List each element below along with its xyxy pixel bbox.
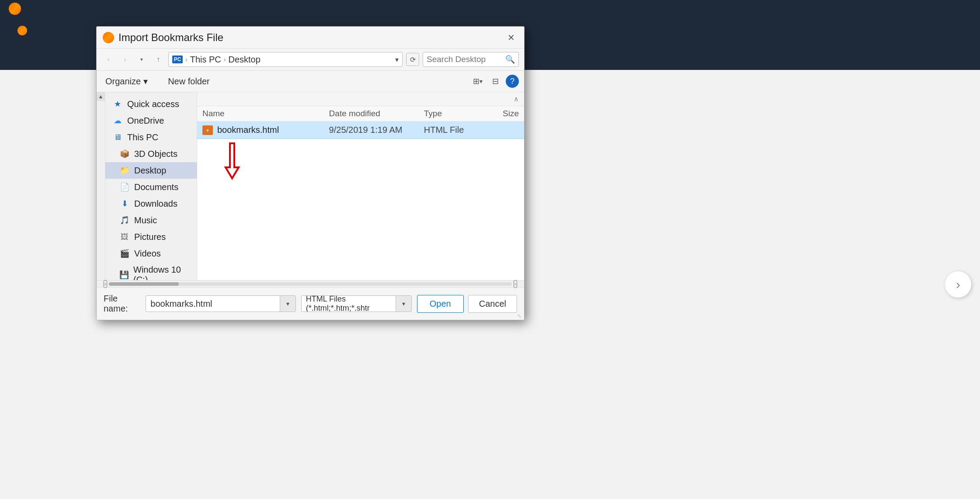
videos-icon: 🎬 (119, 248, 130, 259)
file-toolbar: ‹ › ▾ ↑ PC › This PC › Desktop ▾ ⟳ 🔍 (97, 49, 524, 71)
sidebar-item-this-pc[interactable]: 🖥 This PC (105, 129, 197, 146)
organize-arrow: ▾ (143, 76, 148, 87)
sidebar-item-onedrive[interactable]: ☁ OneDrive (105, 112, 197, 129)
sidebar-item-documents-label: Documents (134, 182, 178, 192)
file-list: ∧ Name Date modified Type Size e bookmar… (197, 92, 524, 280)
organize-btn[interactable]: Organize ▾ (102, 74, 151, 88)
resize-handle[interactable]: ⤡ (517, 313, 524, 320)
forward-nav-btn[interactable]: › (118, 53, 132, 66)
desktop-icon: 📁 (119, 165, 130, 176)
cancel-btn[interactable]: Cancel (468, 295, 517, 313)
view-dropdown-icon: ▾ (480, 78, 483, 85)
sidebar-item-desktop[interactable]: 📁 Desktop (105, 162, 197, 179)
sidebar-scroll: ▲ (97, 92, 105, 280)
filetype-dropdown-btn[interactable]: ▾ (396, 295, 411, 312)
list-up-arrow: ∧ (514, 95, 519, 103)
sidebar-item-downloads[interactable]: ⬇ Downloads (105, 195, 197, 212)
sidebar-item-3d-objects[interactable]: 📦 3D Objects (105, 146, 197, 162)
search-icon[interactable]: 🔍 (505, 55, 515, 64)
downloads-icon: ⬇ (119, 198, 130, 209)
sidebar-item-music[interactable]: 🎵 Music (105, 212, 197, 229)
sidebar-item-music-label: Music (134, 215, 157, 225)
html-file-icon: e (202, 125, 213, 135)
scroll-thumb[interactable] (109, 282, 179, 286)
dialog-titlebar: Import Bookmarks File ✕ (97, 27, 524, 49)
new-folder-btn[interactable]: New folder (164, 75, 213, 88)
dialog-close-btn[interactable]: ✕ (504, 31, 518, 45)
documents-icon: 📄 (119, 182, 130, 192)
bottom-bar: File name: ▾ HTML Files (*.html;*.htm;*.… (97, 287, 524, 320)
filetype-text: HTML Files (*.html;*.htm;*.shtr (302, 295, 396, 312)
filename-input-wrapper: ▾ (146, 295, 295, 312)
sidebar-scroll-up[interactable]: ▲ (97, 92, 105, 101)
breadcrumb-separator-1: › (185, 56, 188, 63)
new-folder-label: New folder (168, 76, 210, 87)
quick-access-icon: ★ (112, 99, 123, 109)
back-nav-btn[interactable]: ‹ (102, 53, 115, 66)
help-btn[interactable]: ? (506, 75, 519, 88)
filename-dropdown-btn[interactable]: ▾ (280, 295, 295, 312)
html-icon-label: e (206, 128, 209, 132)
firefox-logo (9, 3, 21, 15)
file-name: bookmarks.html (217, 125, 279, 135)
col-header-date[interactable]: Date modified (329, 109, 424, 118)
sidebar: ★ Quick access ☁ OneDrive 🖥 This PC 📦 3D… (105, 92, 197, 280)
organize-bar: Organize ▾ New folder ⊞ ▾ ⊟ ? (97, 71, 524, 92)
open-btn[interactable]: Open (417, 295, 464, 313)
col-header-size[interactable]: Size (487, 109, 519, 118)
refresh-btn[interactable]: ⟳ (406, 53, 419, 66)
sidebar-item-downloads-label: Downloads (134, 199, 177, 209)
file-date: 9/25/2019 1:19 AM (329, 125, 424, 135)
sidebar-expand-icon[interactable]: › (956, 277, 960, 292)
breadcrumb-desktop[interactable]: Desktop (228, 55, 260, 65)
svg-marker-0 (226, 143, 239, 178)
up-btn[interactable]: ↑ (152, 53, 165, 66)
import-dialog: Import Bookmarks File ✕ ‹ › ▾ ↑ PC › Thi… (96, 26, 525, 320)
tab-favicon (17, 26, 27, 35)
breadcrumb-this-pc[interactable]: This PC (190, 55, 221, 65)
3d-objects-icon: 📦 (119, 149, 130, 159)
col-header-type[interactable]: Type (424, 109, 487, 118)
file-type: HTML File (424, 125, 487, 135)
view-toggle-btn-1[interactable]: ⊞ ▾ (471, 74, 485, 88)
action-buttons: Open Cancel (417, 295, 517, 313)
scroll-right-btn[interactable]: › (514, 280, 517, 288)
pc-icon-label: PC (174, 56, 181, 62)
music-icon: 🎵 (119, 215, 130, 225)
file-row[interactable]: e bookmarks.html 9/25/2019 1:19 AM HTML … (197, 121, 524, 139)
dialog-title: Import Bookmarks File (118, 31, 223, 44)
scroll-track (109, 282, 512, 286)
sidebar-item-desktop-label: Desktop (134, 166, 166, 176)
file-columns: Name Date modified Type Size (197, 106, 524, 121)
sidebar-item-this-pc-label: This PC (127, 132, 158, 142)
sidebar-item-quick-access-label: Quick access (127, 99, 179, 109)
file-name-cell: e bookmarks.html (202, 125, 329, 135)
sidebar-item-pictures[interactable]: 🖼 Pictures (105, 229, 197, 245)
search-input[interactable] (427, 55, 503, 64)
view-icon-2: ⊟ (492, 76, 499, 86)
sidebar-item-windows[interactable]: 💾 Windows 10 (C:) (105, 262, 197, 280)
view-toggle-btn-2[interactable]: ⊟ (488, 74, 502, 88)
breadcrumb-separator-2: › (224, 56, 226, 63)
sidebar-item-documents[interactable]: 📄 Documents (105, 179, 197, 195)
pictures-icon: 🖼 (119, 232, 130, 242)
filename-input[interactable] (146, 299, 279, 309)
sidebar-item-videos[interactable]: 🎬 Videos (105, 245, 197, 262)
breadcrumb-bar[interactable]: PC › This PC › Desktop ▾ (168, 52, 403, 67)
sidebar-item-3d-objects-label: 3D Objects (134, 149, 177, 159)
sidebar-item-onedrive-label: OneDrive (127, 116, 164, 126)
recent-locations-btn[interactable]: ▾ (135, 53, 148, 66)
dialog-firefox-logo (103, 32, 114, 43)
file-list-header: ∧ (197, 92, 524, 106)
onedrive-icon: ☁ (112, 115, 123, 126)
scroll-left-btn[interactable]: ‹ (104, 280, 107, 288)
organize-label: Organize (105, 76, 141, 87)
annotation-area (197, 139, 524, 183)
breadcrumb-dropdown-btn[interactable]: ▾ (395, 55, 399, 64)
file-browser: ▲ ★ Quick access ☁ OneDrive 🖥 This PC 📦 … (97, 92, 524, 280)
sidebar-item-quick-access[interactable]: ★ Quick access (105, 96, 197, 112)
this-pc-icon: 🖥 (112, 132, 123, 142)
col-header-name[interactable]: Name (202, 109, 329, 118)
red-arrow-svg (215, 139, 250, 183)
filename-label: File name: (104, 294, 140, 314)
